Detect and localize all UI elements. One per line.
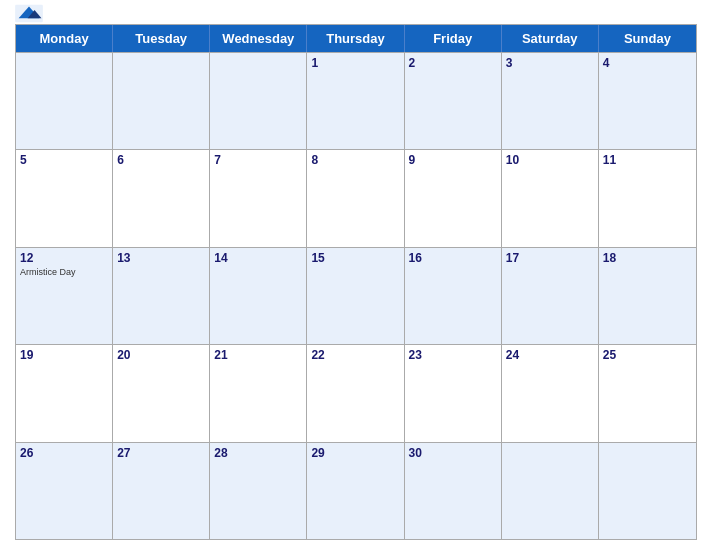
calendar-cell: 21: [210, 345, 307, 441]
weekday-header-sunday: Sunday: [599, 25, 696, 52]
logo-icon: [15, 5, 43, 23]
calendar-cell: 23: [405, 345, 502, 441]
day-number: 20: [117, 348, 205, 362]
day-number: 1: [311, 56, 399, 70]
calendar-cell: 25: [599, 345, 696, 441]
weekday-header-thursday: Thursday: [307, 25, 404, 52]
calendar-cell: 16: [405, 248, 502, 344]
calendar-cell: 14: [210, 248, 307, 344]
day-number: 2: [409, 56, 497, 70]
calendar-cell: 3: [502, 53, 599, 149]
calendar-cell: [210, 53, 307, 149]
day-number: 29: [311, 446, 399, 460]
day-number: 17: [506, 251, 594, 265]
calendar-cell: 5: [16, 150, 113, 246]
calendar-cell: 27: [113, 443, 210, 539]
calendar-cell: 6: [113, 150, 210, 246]
calendar-cell: 2: [405, 53, 502, 149]
day-number: 30: [409, 446, 497, 460]
calendar-cell: 17: [502, 248, 599, 344]
calendar-week-5: 2627282930: [16, 442, 696, 539]
calendar-cell: [113, 53, 210, 149]
weekday-header-friday: Friday: [405, 25, 502, 52]
day-number: 21: [214, 348, 302, 362]
day-number: 22: [311, 348, 399, 362]
calendar-cell: 30: [405, 443, 502, 539]
calendar-cell: 22: [307, 345, 404, 441]
day-number: 10: [506, 153, 594, 167]
calendar-week-2: 567891011: [16, 149, 696, 246]
day-number: 9: [409, 153, 497, 167]
day-number: 12: [20, 251, 108, 265]
weekday-header-saturday: Saturday: [502, 25, 599, 52]
calendar-cell: 8: [307, 150, 404, 246]
calendar-cell: 18: [599, 248, 696, 344]
day-number: 25: [603, 348, 692, 362]
calendar-cell: 13: [113, 248, 210, 344]
calendar-cell: 26: [16, 443, 113, 539]
day-number: 7: [214, 153, 302, 167]
calendar-cell: 11: [599, 150, 696, 246]
weekday-header-tuesday: Tuesday: [113, 25, 210, 52]
calendar-week-1: 1234: [16, 52, 696, 149]
calendar-page: MondayTuesdayWednesdayThursdayFridaySatu…: [0, 0, 712, 550]
day-number: 14: [214, 251, 302, 265]
calendar-cell: 10: [502, 150, 599, 246]
day-number: 8: [311, 153, 399, 167]
calendar-cell: 7: [210, 150, 307, 246]
weekday-header-monday: Monday: [16, 25, 113, 52]
day-number: 27: [117, 446, 205, 460]
day-number: 16: [409, 251, 497, 265]
weekday-header-row: MondayTuesdayWednesdayThursdayFridaySatu…: [16, 25, 696, 52]
calendar-cell: 9: [405, 150, 502, 246]
calendar-week-4: 19202122232425: [16, 344, 696, 441]
calendar-cell: [502, 443, 599, 539]
day-number: 4: [603, 56, 692, 70]
day-number: 5: [20, 153, 108, 167]
day-number: 3: [506, 56, 594, 70]
calendar-header: [15, 10, 697, 18]
day-number: 26: [20, 446, 108, 460]
calendar-cell: [16, 53, 113, 149]
calendar-cell: [599, 443, 696, 539]
day-event: Armistice Day: [20, 267, 108, 278]
calendar-week-3: 12Armistice Day131415161718: [16, 247, 696, 344]
calendar-cell: 29: [307, 443, 404, 539]
calendar-cell: 20: [113, 345, 210, 441]
generalblue-logo: [15, 5, 43, 24]
day-number: 19: [20, 348, 108, 362]
day-number: 24: [506, 348, 594, 362]
calendar-cell: 1: [307, 53, 404, 149]
day-number: 18: [603, 251, 692, 265]
day-number: 11: [603, 153, 692, 167]
calendar-cell: 28: [210, 443, 307, 539]
day-number: 6: [117, 153, 205, 167]
calendar-body: 123456789101112Armistice Day131415161718…: [16, 52, 696, 539]
calendar-cell: 19: [16, 345, 113, 441]
weekday-header-wednesday: Wednesday: [210, 25, 307, 52]
calendar-cell: 12Armistice Day: [16, 248, 113, 344]
day-number: 13: [117, 251, 205, 265]
calendar-cell: 15: [307, 248, 404, 344]
calendar-grid: MondayTuesdayWednesdayThursdayFridaySatu…: [15, 24, 697, 540]
calendar-cell: 24: [502, 345, 599, 441]
day-number: 15: [311, 251, 399, 265]
day-number: 28: [214, 446, 302, 460]
day-number: 23: [409, 348, 497, 362]
calendar-cell: 4: [599, 53, 696, 149]
